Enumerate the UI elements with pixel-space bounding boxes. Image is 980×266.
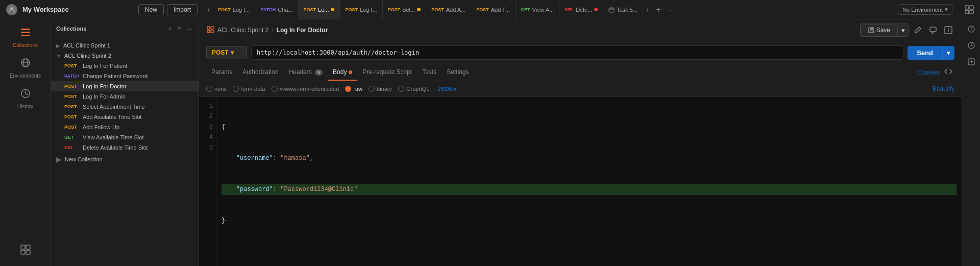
body-option-none[interactable]: none — [206, 86, 227, 92]
radio-none — [206, 86, 212, 92]
right-sidebar-btn-1[interactable] — [965, 22, 978, 36]
request-tabs: Params Authorization Headers 9 Body Pre-… — [199, 64, 962, 81]
json-format-dropdown[interactable]: JSON ▾ — [437, 86, 457, 92]
cookies-button[interactable]: Cookies — [917, 69, 939, 76]
tab-headers[interactable]: Headers 9 — [283, 64, 328, 81]
more-collections-button[interactable]: ··· — [185, 23, 193, 34]
radio-raw — [345, 86, 351, 92]
right-sidebar-btn-2[interactable] — [965, 39, 978, 52]
sidebar-item-environments[interactable]: Environments — [4, 53, 47, 83]
method-dropdown[interactable]: POST ▾ — [206, 46, 247, 59]
svg-rect-13 — [21, 245, 25, 249]
right-sidebar-btn-3[interactable] — [965, 55, 978, 68]
env-dropdown[interactable]: No Environment ▾ — [898, 4, 952, 15]
new-collection-item[interactable]: ▶ New Collection — [51, 153, 199, 166]
endpoint-view-avail[interactable]: GET View Available Time Slot — [51, 132, 199, 142]
url-input[interactable] — [251, 45, 903, 60]
body-option-urlencoded[interactable]: x-www-form-urlencoded — [272, 86, 339, 92]
beautify-button[interactable]: Beautify — [933, 85, 954, 92]
radio-graphql — [398, 86, 404, 92]
info-button[interactable] — [942, 24, 954, 36]
body-option-graphql[interactable]: GraphQL — [398, 86, 429, 92]
sidebar-item-history[interactable]: History — [4, 84, 47, 113]
code-button[interactable] — [942, 65, 954, 80]
tab-select-appt[interactable]: POST Sel... — [383, 0, 427, 19]
history-icon — [20, 88, 31, 102]
endpoint-add-follow[interactable]: POST Add Follow-Up — [51, 122, 199, 132]
endpoint-login-doctor[interactable]: POST Log In For Doctor — [51, 81, 199, 91]
breadcrumb-request: Log In For Doctor — [277, 27, 328, 34]
endpoint-login-admin[interactable]: POST Log In For Admin — [51, 91, 199, 102]
tab-params[interactable]: Params — [206, 64, 237, 81]
svg-rect-15 — [21, 250, 25, 254]
svg-rect-18 — [211, 27, 213, 29]
save-button[interactable]: Save — [861, 24, 898, 36]
endpoint-delete-avail[interactable]: DEL Delete Available Time Slot — [51, 142, 199, 153]
new-button[interactable]: New — [138, 4, 164, 15]
url-bar: POST ▾ Send ▾ — [199, 41, 962, 64]
tab-authorization[interactable]: Authorization — [237, 64, 283, 81]
body-option-binary[interactable]: binary — [369, 86, 392, 92]
sidebar: Collections Environments History — [0, 19, 51, 266]
tab-log-in-patient[interactable]: POST Log I... — [213, 0, 255, 19]
history-label: History — [17, 104, 33, 109]
environments-icon — [20, 57, 31, 71]
user-icon-button[interactable] — [963, 3, 976, 16]
tab-prev-button[interactable]: ‹ — [204, 0, 213, 19]
collection-acl-sprint-1[interactable]: ▶ ACL Clinic Sprint 1 — [51, 40, 199, 51]
endpoint-select-appt[interactable]: POST Select Appointment Time — [51, 102, 199, 112]
svg-rect-20 — [211, 30, 213, 33]
environments-label: Environments — [10, 73, 41, 79]
tab-del-avail[interactable]: DEL Dele... — [559, 0, 603, 19]
environment-selector: No Environment ▾ — [892, 4, 959, 15]
tab-right-actions: Cookies — [917, 65, 954, 80]
collections-label: Collections — [13, 42, 38, 48]
tab-settings[interactable]: Settings — [442, 64, 474, 81]
new-tab-button[interactable]: + — [652, 0, 665, 19]
send-button[interactable]: Send — [908, 46, 942, 60]
code-content[interactable]: { "username": "hamasa", "password": "Pas… — [216, 97, 962, 266]
tab-get-view[interactable]: GET View A... — [516, 0, 559, 19]
tab-tests[interactable]: Tests — [417, 64, 442, 81]
send-dropdown-button[interactable]: ▾ — [942, 46, 954, 60]
collections-panel: Collections + ≡ ··· ▶ ACL Clinic Sprint … — [51, 19, 199, 266]
tab-add-avail[interactable]: POST Add A... — [426, 0, 471, 19]
tab-task-folder[interactable]: Task 5... — [603, 0, 643, 19]
body-option-raw[interactable]: raw — [345, 86, 362, 92]
add-collection-button[interactable]: + — [167, 23, 173, 34]
endpoint-login-patient[interactable]: POST Log In For Patient — [51, 61, 199, 71]
panel-title: Collections — [56, 26, 164, 32]
svg-rect-24 — [930, 27, 936, 32]
line-numbers: 1 2 3 4 5 — [199, 97, 216, 266]
svg-rect-23 — [870, 31, 873, 32]
tab-login-admin[interactable]: POST Log I... — [340, 0, 382, 19]
import-button[interactable]: Import — [167, 4, 198, 15]
sidebar-item-more[interactable] — [4, 240, 47, 262]
collection-acl-sprint-2[interactable]: ▼ ACL Clinic Sprint 2 — [51, 51, 199, 61]
more-tabs-button[interactable]: ··· — [665, 0, 677, 19]
save-dropdown-button[interactable]: ▾ — [898, 24, 908, 36]
panel-header: Collections + ≡ ··· — [51, 19, 199, 38]
tab-patch-change[interactable]: PATCH Cha... — [255, 0, 298, 19]
workspace-title: My Workspace — [22, 6, 69, 13]
radio-urlencoded — [272, 86, 278, 92]
body-option-form-data[interactable]: form-data — [233, 86, 265, 92]
tab-next-button[interactable]: › — [643, 0, 652, 19]
comment-button[interactable] — [927, 24, 939, 36]
tab-prerequest[interactable]: Pre-request Script — [357, 64, 417, 81]
tab-login-doctor[interactable]: POST Lo... — [299, 0, 340, 19]
endpoint-add-avail[interactable]: POST Add Available Time Slot — [51, 112, 199, 122]
tab-add-follow[interactable]: POST Add F... — [471, 0, 516, 19]
svg-rect-14 — [26, 245, 30, 249]
endpoint-change-password[interactable]: PATCH Change Patient Password — [51, 71, 199, 81]
workspace-actions: New Import — [138, 4, 198, 15]
svg-rect-16 — [26, 250, 30, 254]
right-sidebar — [962, 19, 980, 266]
edit-button[interactable] — [912, 24, 924, 36]
sort-collections-button[interactable]: ≡ — [176, 23, 182, 34]
radio-binary — [369, 86, 375, 92]
sidebar-item-collections[interactable]: Collections — [4, 22, 47, 52]
collections-tree: ▶ ACL Clinic Sprint 1 ▼ ACL Clinic Sprin… — [51, 38, 199, 266]
tab-body[interactable]: Body — [328, 64, 357, 81]
svg-rect-17 — [207, 27, 210, 29]
